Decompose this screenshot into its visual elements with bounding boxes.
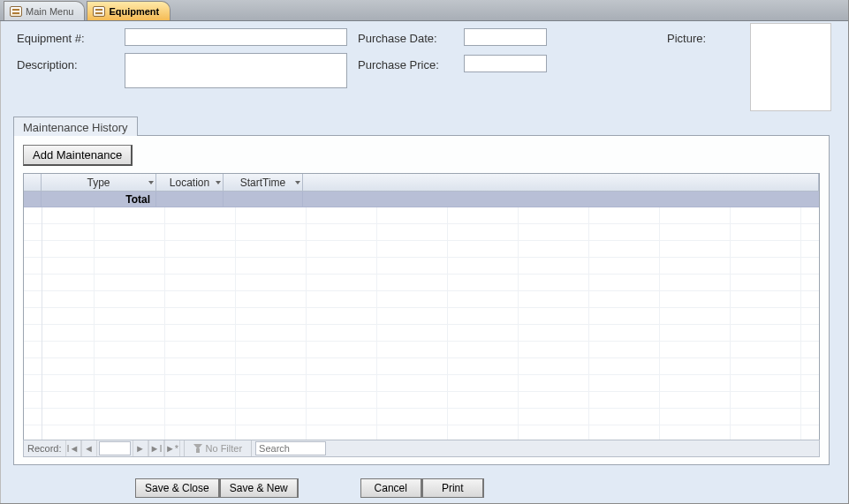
select-all-rows[interactable] [24, 174, 42, 191]
save-new-button[interactable]: Save & New [220, 478, 299, 498]
col-location[interactable]: Location [156, 174, 224, 191]
totals-row: Total [24, 192, 819, 207]
datasheet-header: Type Location StartTime [24, 174, 819, 192]
current-record-box[interactable] [99, 441, 131, 455]
record-navigator: Record: I◄ ◄ ► ►I ►* No Filter [23, 440, 820, 457]
tab-label: Equipment [109, 6, 159, 17]
picture-label: Picture: [667, 32, 706, 45]
tab-equipment[interactable]: Equipment [87, 1, 171, 20]
form-body: Equipment #: Description: Purchase Date:… [0, 21, 848, 503]
record-label: Record: [24, 443, 65, 454]
maintenance-tab-control: Maintenance History Add Maintenance Type [13, 117, 830, 465]
totals-label-cell: Total [42, 192, 156, 207]
equipment-no-field[interactable] [125, 28, 347, 46]
add-maintenance-button[interactable]: Add Maintenance [23, 145, 133, 166]
purchase-date-field[interactable] [464, 28, 547, 46]
chevron-down-icon [216, 181, 221, 184]
cancel-button[interactable]: Cancel [360, 478, 422, 498]
purchase-price-field[interactable] [464, 55, 547, 72]
filter-toggle[interactable]: No Filter [188, 443, 248, 454]
purchase-price-label: Purchase Price: [358, 58, 439, 71]
maintenance-page: Add Maintenance Type Location [13, 135, 830, 465]
chevron-down-icon [295, 181, 300, 184]
equipment-no-label: Equipment #: [17, 32, 85, 45]
record-search-input[interactable] [255, 441, 326, 455]
save-close-button[interactable]: Save & Close [135, 478, 220, 498]
first-record-button[interactable]: I◄ [65, 440, 81, 456]
document-tab-strip: Main Menu Equipment [0, 0, 848, 21]
form-action-buttons: Save & Close Save & New Cancel Print [135, 478, 848, 498]
description-field[interactable] [125, 53, 347, 88]
filter-icon [193, 444, 202, 453]
prev-record-button[interactable]: ◄ [81, 440, 97, 456]
col-type[interactable]: Type [42, 174, 156, 191]
chevron-down-icon [148, 181, 154, 184]
col-blank [303, 174, 819, 191]
tab-maintenance-history[interactable]: Maintenance History [13, 117, 138, 136]
totals-cell[interactable] [224, 192, 303, 207]
purchase-date-label: Purchase Date: [358, 32, 437, 45]
form-icon [10, 6, 22, 17]
form-icon [93, 6, 105, 17]
print-button[interactable]: Print [422, 478, 484, 498]
next-record-button[interactable]: ► [133, 440, 148, 456]
col-start-time[interactable]: StartTime [224, 174, 303, 191]
row-selector[interactable] [24, 192, 42, 207]
tab-main-menu[interactable]: Main Menu [4, 1, 85, 20]
datasheet-grid[interactable] [24, 207, 819, 440]
subtab-label: Maintenance History [23, 121, 128, 134]
last-record-button[interactable]: ►I [148, 440, 164, 456]
new-record-button[interactable]: ►* [164, 440, 180, 456]
tab-label: Main Menu [26, 6, 73, 17]
separator [184, 440, 185, 456]
maintenance-datasheet[interactable]: Type Location StartTime [23, 173, 820, 441]
description-label: Description: [17, 58, 78, 71]
totals-cell[interactable] [156, 192, 224, 207]
picture-box[interactable] [750, 23, 831, 111]
separator [251, 440, 252, 456]
